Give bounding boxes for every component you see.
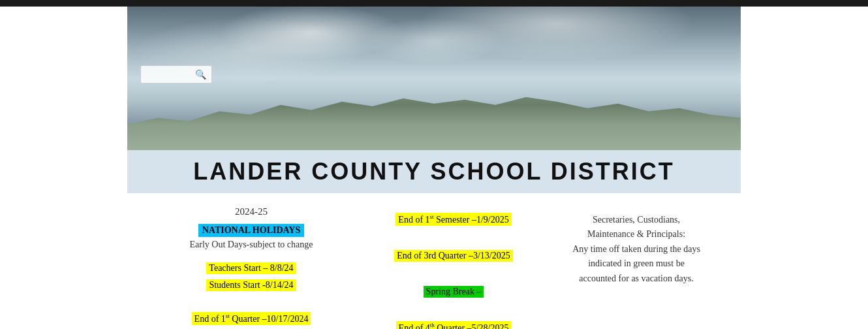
end-q1: End of 1st Quarter –10/17/2024 xyxy=(192,312,311,325)
year-label: 2024-25 xyxy=(147,206,356,217)
hero-image: 🔍 xyxy=(127,7,741,150)
right-column: Secretaries, Custodians, Maintenance & P… xyxy=(551,206,721,329)
national-holidays-badge: NATIONAL HOLIDAYS xyxy=(198,224,305,237)
right-col-line1: Secretaries, Custodians, xyxy=(593,215,680,225)
search-bar[interactable]: 🔍 xyxy=(140,65,212,84)
end-q4: End of 4th Quarter –5/28/2025 xyxy=(396,321,512,329)
top-bar xyxy=(0,0,868,7)
spring-break: Spring Break – xyxy=(424,286,484,298)
middle-column: End of 1st Semester –1/9/2025 End of 3rd… xyxy=(369,206,538,329)
search-icon: 🔍 xyxy=(195,69,206,80)
page-title: LANDER COUNTY SCHOOL DISTRICT xyxy=(127,158,741,185)
end-sem1: End of 1st Semester –1/9/2025 xyxy=(395,213,511,226)
early-out-text: Early Out Days-subject to change xyxy=(147,240,356,250)
content-inner: 2024-25 NATIONAL HOLIDAYS Early Out Days… xyxy=(127,206,741,329)
right-col-line4: indicated in green must be xyxy=(588,258,685,268)
right-col-line2: Maintenance & Principals: xyxy=(587,229,685,239)
main-content: 2024-25 NATIONAL HOLIDAYS Early Out Days… xyxy=(0,193,868,329)
left-column: 2024-25 NATIONAL HOLIDAYS Early Out Days… xyxy=(147,206,356,329)
teachers-start: Teachers Start – 8/8/24 xyxy=(206,262,296,274)
title-banner: LANDER COUNTY SCHOOL DISTRICT xyxy=(127,150,741,193)
right-col-line5: accounted for as vacation days. xyxy=(579,274,693,283)
right-col-line3: Any time off taken during the days xyxy=(572,244,700,254)
end-q3: End of 3rd Quarter –3/13/2025 xyxy=(394,250,512,262)
students-start: Students Start -8/14/24 xyxy=(206,279,296,291)
